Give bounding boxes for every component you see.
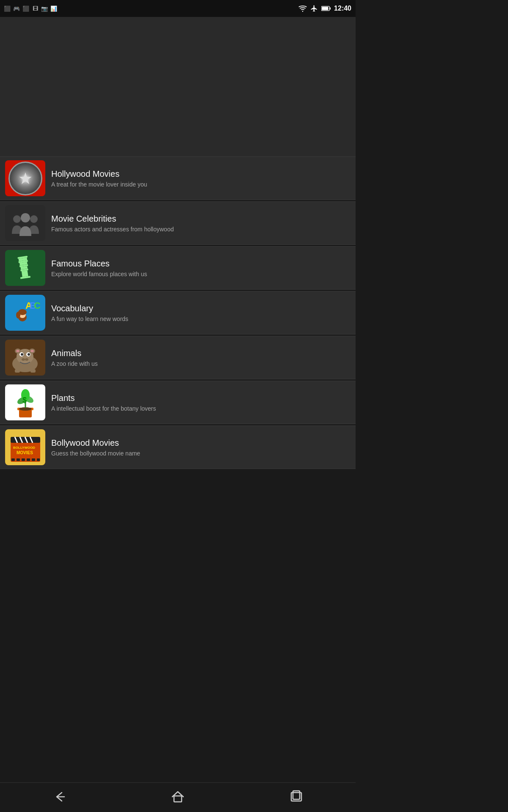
plants-title: Plants [51, 393, 351, 403]
list-item-movie-celebrities[interactable]: Movie Celebrities Famous actors and actr… [0, 201, 356, 245]
svg-text:C: C [34, 300, 41, 311]
famous-places-icon [5, 250, 45, 286]
notification-icon-2: 🎮 [13, 5, 20, 12]
svg-point-0 [302, 11, 304, 12]
nav-bar [0, 782, 356, 812]
svg-rect-61 [37, 458, 40, 461]
bollywood-movies-title: Bollywood Movies [51, 438, 351, 448]
abc-icon: A B C [6, 296, 44, 330]
bollywood-clapboard-icon: BOLLYWOOD MOVIES [7, 431, 43, 464]
back-icon [52, 789, 67, 804]
list-item-animals[interactable]: Animals A zoo ride with us [0, 336, 356, 379]
svg-point-32 [21, 353, 23, 356]
plant-icon: $ [7, 386, 43, 420]
status-bar: ⬛ 🎮 ⬛ 🎞 📷 📊 12:40 [0, 0, 356, 17]
svg-point-35 [25, 358, 28, 361]
notification-icon-1: ⬛ [3, 5, 11, 12]
svg-point-5 [30, 215, 38, 223]
famous-places-text: Famous Places Explore world famous place… [51, 259, 351, 277]
movie-celebrities-text: Movie Celebrities Famous actors and actr… [51, 214, 351, 233]
animals-subtitle: A zoo ride with us [51, 360, 351, 367]
famous-places-subtitle: Explore world famous places with us [51, 271, 351, 277]
list-item-hollywood-movies[interactable]: ★ Hollywood Movies A treat for the movie… [0, 156, 356, 200]
animals-title: Animals [51, 348, 351, 358]
svg-rect-14 [21, 270, 28, 277]
airplane-icon [310, 5, 318, 12]
ad-banner [0, 17, 356, 156]
bollywood-movies-subtitle: Guess the bollywood movie name [51, 450, 351, 457]
recents-icon [289, 789, 304, 804]
svg-point-29 [30, 350, 34, 352]
status-time: 12:40 [334, 5, 351, 12]
svg-rect-3 [330, 7, 331, 9]
hollywood-movies-subtitle: A treat for the movie lover inside you [51, 181, 351, 188]
vocabulary-subtitle: A fun way to learn new words [51, 315, 351, 322]
home-button[interactable] [166, 785, 190, 810]
svg-text:$: $ [22, 396, 27, 404]
list-item-bollywood-movies[interactable]: BOLLYWOOD MOVIES Bollywood Movies Guess … [0, 425, 356, 469]
plants-icon: $ [5, 384, 45, 420]
svg-point-34 [22, 358, 25, 361]
svg-point-4 [13, 215, 21, 223]
back-button[interactable] [47, 785, 71, 810]
svg-point-41 [19, 407, 32, 411]
list-item-famous-places[interactable]: Famous Places Explore world famous place… [0, 246, 356, 290]
svg-rect-58 [22, 458, 25, 461]
svg-rect-57 [17, 458, 20, 461]
notification-icon-5: 📷 [41, 5, 48, 12]
animals-icon [5, 340, 45, 376]
list-item-plants[interactable]: $ Plants A intellectual boost for the bo… [0, 381, 356, 424]
movie-celebrities-title: Movie Celebrities [51, 214, 351, 224]
movie-celebrities-subtitle: Famous actors and actresses from holloyw… [51, 226, 351, 233]
hollywood-movies-icon: ★ [5, 160, 45, 196]
plants-subtitle: A intellectual boost for the botany love… [51, 405, 351, 412]
plants-text: Plants A intellectual boost for the bota… [51, 393, 351, 412]
svg-rect-56 [11, 458, 15, 461]
svg-rect-36 [15, 369, 20, 373]
svg-rect-60 [32, 458, 35, 461]
recents-button[interactable] [284, 785, 308, 810]
status-icons-left: ⬛ 🎮 ⬛ 🎞 📷 📊 [3, 5, 58, 12]
home-icon [170, 789, 185, 804]
hippo-icon [7, 342, 43, 373]
vocabulary-icon: A B C [5, 295, 45, 331]
wifi-icon [298, 5, 307, 12]
animals-text: Animals A zoo ride with us [51, 348, 351, 367]
notification-icon-4: 🎞 [31, 5, 39, 12]
svg-rect-2 [322, 7, 328, 10]
vocabulary-title: Vocabulary [51, 304, 351, 313]
svg-text:BOLLYWOOD: BOLLYWOOD [13, 446, 35, 450]
movie-celebrities-icon [5, 205, 45, 241]
bollywood-movies-text: Bollywood Movies Guess the bollywood mov… [51, 438, 351, 457]
hollywood-movies-title: Hollywood Movies [51, 169, 351, 179]
status-icons-right: 12:40 [298, 5, 351, 12]
notification-icon-3: ⬛ [22, 5, 30, 12]
hollywood-movies-text: Hollywood Movies A treat for the movie l… [51, 169, 351, 188]
battery-icon [321, 5, 331, 11]
svg-rect-59 [27, 458, 30, 461]
star-icon: ★ [18, 169, 33, 188]
famous-places-title: Famous Places [51, 259, 351, 269]
tower-icon [8, 252, 42, 284]
svg-point-6 [21, 213, 30, 222]
svg-rect-37 [30, 369, 36, 373]
celebrities-silhouette-icon [8, 208, 42, 238]
notification-icon-6: 📊 [50, 5, 58, 12]
bollywood-movies-icon: BOLLYWOOD MOVIES [5, 429, 45, 465]
vocabulary-text: Vocabulary A fun way to learn new words [51, 304, 351, 322]
svg-point-27 [16, 350, 19, 352]
svg-rect-63 [174, 796, 182, 802]
svg-point-33 [28, 353, 30, 356]
svg-text:MOVIES: MOVIES [17, 450, 33, 455]
list-container: ★ Hollywood Movies A treat for the movie… [0, 156, 356, 470]
svg-point-20 [16, 312, 20, 318]
list-item-vocabulary[interactable]: A B C Vocabulary A fun way to learn new … [0, 291, 356, 335]
